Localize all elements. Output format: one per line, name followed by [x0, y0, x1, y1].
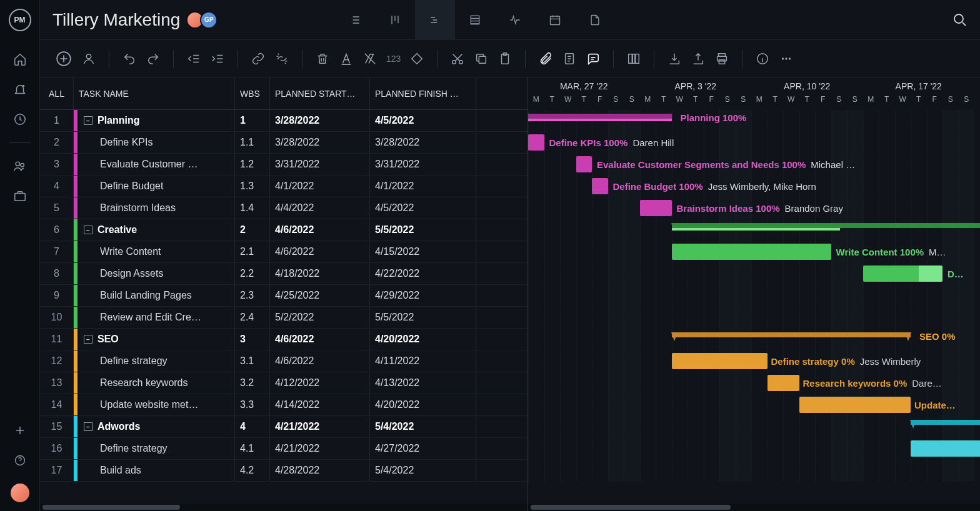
- task-row[interactable]: 10Review and Edit Cre…2.45/2/20225/5/202…: [40, 307, 528, 329]
- number-format-icon[interactable]: 123: [386, 54, 401, 64]
- team-icon[interactable]: [13, 159, 27, 173]
- add-task-icon[interactable]: [55, 50, 72, 67]
- task-row[interactable]: 15−Adwords44/21/20225/4/2022: [40, 416, 528, 438]
- col-start[interactable]: PLANNED START…: [270, 77, 370, 109]
- task-bar[interactable]: Evaluate Customer Segments and Needs 100…: [576, 156, 592, 172]
- grid-scrollbar[interactable]: [40, 504, 528, 511]
- avatar[interactable]: GP: [200, 11, 218, 29]
- task-row[interactable]: 2Define KPIs1.13/28/20223/28/2022: [40, 132, 528, 154]
- unlink-icon[interactable]: [274, 51, 289, 66]
- task-bar[interactable]: Brainstorm Ideas 100%Brandon Gray: [640, 200, 672, 216]
- task-bar[interactable]: Update…: [799, 397, 911, 413]
- gantt-row[interactable]: Brainstorm Ideas 100%Brandon Gray: [528, 197, 980, 219]
- gantt-chart[interactable]: MAR, 27 '22APR, 3 '22APR, 10 '22APR, 17 …: [528, 77, 980, 511]
- task-row[interactable]: 7Write Content2.14/6/20224/15/2022: [40, 241, 528, 263]
- attachment-icon[interactable]: [538, 51, 553, 66]
- gantt-scrollbar[interactable]: [528, 504, 980, 511]
- export-icon[interactable]: [691, 51, 706, 66]
- task-row[interactable]: 9Build Landing Pages2.34/25/20224/29/202…: [40, 285, 528, 307]
- gantt-row[interactable]: Planning 100%: [528, 110, 980, 132]
- notifications-icon[interactable]: [13, 82, 27, 96]
- task-bar[interactable]: D…: [863, 265, 943, 282]
- delete-icon[interactable]: [315, 51, 330, 66]
- task-row[interactable]: 1−Planning13/28/20224/5/2022: [40, 110, 528, 132]
- help-icon[interactable]: [13, 454, 27, 467]
- undo-icon[interactable]: [122, 51, 137, 66]
- gantt-row[interactable]: [528, 285, 980, 307]
- assign-icon[interactable]: [81, 51, 96, 66]
- member-avatars[interactable]: GP: [190, 11, 218, 29]
- link-icon[interactable]: [251, 51, 266, 66]
- collapse-icon[interactable]: −: [84, 335, 92, 344]
- info-icon[interactable]: [755, 51, 770, 66]
- indent-icon[interactable]: [210, 51, 225, 66]
- task-row[interactable]: 16Define strategy4.14/21/20224/27/2022: [40, 438, 528, 460]
- gantt-row[interactable]: Research keywords 0%Dare…: [528, 372, 980, 394]
- task-bar[interactable]: Research keywords 0%Dare…: [768, 375, 799, 391]
- gantt-row[interactable]: Define KPIs 100%Daren Hill: [528, 132, 980, 154]
- milestone-icon[interactable]: [409, 51, 424, 66]
- summary-bar[interactable]: [672, 332, 911, 337]
- home-icon[interactable]: [13, 52, 27, 66]
- col-all[interactable]: ALL: [40, 77, 74, 109]
- more-icon[interactable]: [779, 51, 794, 66]
- task-row[interactable]: 14Update website met…3.34/14/20224/20/20…: [40, 394, 528, 416]
- summary-bar[interactable]: [672, 223, 981, 228]
- collapse-icon[interactable]: −: [84, 116, 92, 125]
- print-icon[interactable]: [714, 51, 729, 66]
- task-row[interactable]: 8Design Assets2.24/18/20224/22/2022: [40, 263, 528, 285]
- projects-icon[interactable]: [13, 189, 27, 203]
- recent-icon[interactable]: [13, 112, 27, 126]
- comment-icon[interactable]: [586, 51, 601, 66]
- gantt-row[interactable]: [528, 416, 980, 438]
- task-row[interactable]: 5Brainstorm Ideas1.44/4/20224/5/2022: [40, 197, 528, 219]
- task-row[interactable]: 11−SEO34/6/20224/20/2022: [40, 329, 528, 350]
- view-gantt[interactable]: [415, 0, 455, 40]
- task-row[interactable]: 6−Creative24/6/20225/5/2022: [40, 219, 528, 241]
- view-list[interactable]: [335, 0, 375, 40]
- task-row[interactable]: 3Evaluate Customer …1.23/31/20223/31/202…: [40, 154, 528, 176]
- search-icon[interactable]: [952, 12, 968, 27]
- gantt-row[interactable]: D…: [528, 263, 980, 285]
- view-sheet[interactable]: [455, 0, 495, 40]
- gantt-row[interactable]: Evaluate Customer Segments and Needs 100…: [528, 154, 980, 176]
- cut-icon[interactable]: [450, 51, 465, 66]
- task-bar[interactable]: Define Budget 100%Jess Wimberly, Mike Ho…: [592, 178, 608, 194]
- columns-icon[interactable]: [626, 51, 641, 66]
- clear-format-icon[interactable]: [362, 51, 378, 66]
- font-icon[interactable]: [339, 51, 354, 66]
- col-taskname[interactable]: TASK NAME: [74, 77, 235, 109]
- notes-icon[interactable]: [562, 51, 577, 66]
- add-icon[interactable]: [13, 424, 27, 437]
- collapse-icon[interactable]: −: [84, 226, 92, 234]
- task-bar[interactable]: Write Content 100%M…: [672, 244, 831, 260]
- gantt-row[interactable]: Update…: [528, 394, 980, 416]
- collapse-icon[interactable]: −: [84, 422, 92, 431]
- gantt-row[interactable]: SEO 0%: [528, 329, 980, 350]
- view-board[interactable]: [375, 0, 415, 40]
- summary-bar[interactable]: [911, 420, 980, 425]
- copy-icon[interactable]: [474, 51, 489, 66]
- paste-icon[interactable]: [498, 51, 512, 66]
- summary-bar[interactable]: [528, 114, 672, 119]
- gantt-row[interactable]: Define strategy 0%Jess Wimberly: [528, 350, 980, 372]
- gantt-row[interactable]: [528, 219, 980, 241]
- view-activity[interactable]: [495, 0, 535, 40]
- view-calendar[interactable]: [535, 0, 575, 40]
- gantt-row[interactable]: Define Budget 100%Jess Wimberly, Mike Ho…: [528, 176, 980, 197]
- gantt-row[interactable]: [528, 460, 980, 482]
- user-avatar[interactable]: [11, 484, 29, 502]
- task-bar[interactable]: Define strategy 0%Jess Wimberly: [672, 353, 768, 369]
- app-logo[interactable]: PM: [9, 9, 31, 31]
- task-row[interactable]: 13Research keywords3.24/12/20224/13/2022: [40, 372, 528, 394]
- col-finish[interactable]: PLANNED FINISH …: [370, 77, 476, 109]
- col-wbs[interactable]: WBS: [235, 77, 270, 109]
- view-files[interactable]: [575, 0, 615, 40]
- gantt-row[interactable]: Write Content 100%M…: [528, 241, 980, 263]
- task-bar[interactable]: Define KPIs 100%Daren Hill: [528, 134, 544, 151]
- gantt-row[interactable]: [528, 438, 980, 460]
- task-row[interactable]: 12Define strategy3.14/6/20224/11/2022: [40, 350, 528, 372]
- gantt-row[interactable]: [528, 307, 980, 329]
- import-icon[interactable]: [667, 51, 682, 66]
- task-row[interactable]: 4Define Budget1.34/1/20224/1/2022: [40, 176, 528, 197]
